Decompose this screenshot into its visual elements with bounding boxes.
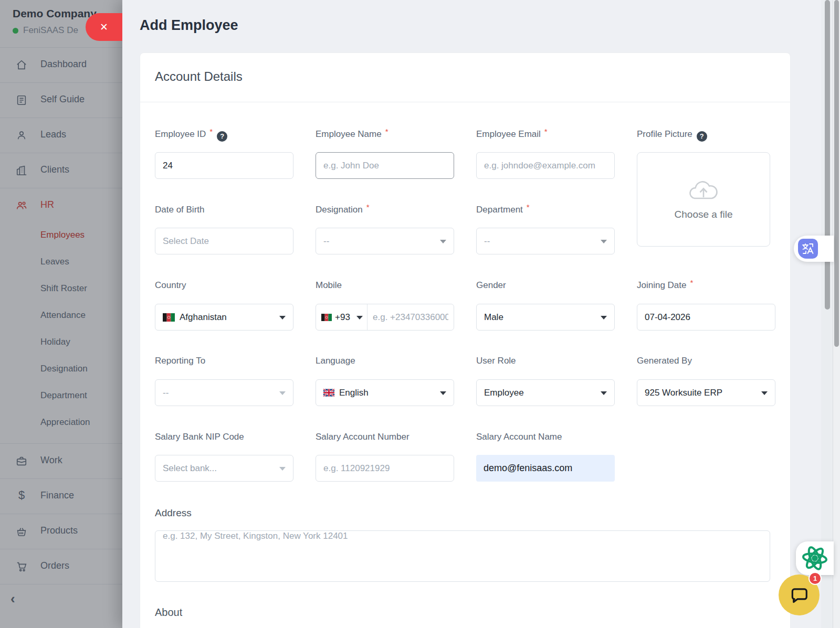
assistant-logo-icon <box>801 544 829 572</box>
chevron-down-icon <box>601 391 607 395</box>
user-role-select[interactable]: Employee <box>476 379 615 406</box>
employee-name-label: Employee Name* <box>316 129 388 140</box>
divider <box>140 102 790 102</box>
cloud-upload-icon <box>687 178 720 203</box>
add-employee-panel: Add Employee Account Details Employee ID… <box>122 0 821 628</box>
salary-bank-select[interactable]: Select bank... <box>155 455 293 482</box>
notification-badge: 1 <box>808 572 822 585</box>
employee-email-label: Employee Email* <box>476 129 548 140</box>
mobile-field: +93 <box>316 304 454 331</box>
salary-account-name-field[interactable]: demo@fenisaas.com <box>476 455 615 482</box>
chevron-down-icon <box>601 240 607 243</box>
chevron-down-icon <box>440 391 446 395</box>
page-title: Add Employee <box>140 17 238 34</box>
department-select[interactable]: -- <box>476 228 615 254</box>
employee-name-input[interactable] <box>316 152 454 179</box>
page-scrollbar-thumb[interactable] <box>834 0 839 347</box>
generated-by-select[interactable]: 925 Worksuite ERP <box>637 379 775 406</box>
employee-id-input[interactable] <box>155 152 293 179</box>
employee-email-input[interactable] <box>476 152 615 179</box>
salary-account-name-label: Salary Account Name <box>476 432 562 442</box>
profile-picture-label: Profile Picture? <box>637 129 707 140</box>
chevron-down-icon <box>440 240 446 243</box>
app-root: Demo Company FeniSAAS De Dashboard Self … <box>0 0 840 628</box>
chevron-down-icon <box>356 316 363 320</box>
afghanistan-flag-icon <box>163 313 175 322</box>
chevron-down-icon <box>601 316 607 320</box>
assistant-widget[interactable] <box>796 541 834 575</box>
profile-picture-upload[interactable]: Choose a file <box>637 152 770 247</box>
address-textarea[interactable] <box>155 530 770 582</box>
salary-account-number-label: Salary Account Number <box>316 432 410 442</box>
designation-label: Designation* <box>316 205 370 215</box>
modal-scrollbar-thumb[interactable] <box>825 0 830 310</box>
afghanistan-flag-icon <box>321 314 332 321</box>
mobile-country-code-select[interactable]: +93 <box>316 304 368 330</box>
translate-widget[interactable] <box>794 236 834 262</box>
gender-select[interactable]: Male <box>476 304 615 331</box>
card-title: Account Details <box>155 69 243 84</box>
address-label: Address <box>155 507 192 519</box>
department-label: Department* <box>476 205 530 215</box>
designation-select[interactable]: -- <box>316 228 454 254</box>
joining-date-input[interactable] <box>637 304 775 331</box>
generated-by-label: Generated By <box>637 356 692 366</box>
required-asterisk: * <box>209 127 213 136</box>
salary-account-number-input[interactable] <box>316 455 454 482</box>
uk-flag-icon <box>323 389 334 397</box>
modal-backdrop[interactable] <box>0 0 122 628</box>
language-label: Language <box>316 356 355 366</box>
user-role-label: User Role <box>476 356 516 366</box>
joining-date-label: Joining Date* <box>637 280 693 291</box>
chevron-down-icon <box>279 391 286 395</box>
country-label: Country <box>155 280 186 291</box>
reporting-to-label: Reporting To <box>155 356 205 366</box>
chevron-down-icon <box>761 391 768 395</box>
close-modal-button[interactable]: ✕ <box>86 13 122 41</box>
account-details-card: Account Details Employee ID*? Employee N… <box>140 52 791 628</box>
help-icon[interactable]: ? <box>697 131 707 142</box>
employee-id-label: Employee ID*? <box>155 129 227 140</box>
date-of-birth-input[interactable] <box>155 228 293 254</box>
about-label: About <box>155 606 182 619</box>
salary-bank-label: Salary Bank NIP Code <box>155 432 244 442</box>
chevron-down-icon <box>279 316 286 320</box>
mobile-number-input[interactable] <box>368 304 454 330</box>
gender-label: Gender <box>476 280 506 291</box>
country-select[interactable]: Afghanistan <box>155 304 293 331</box>
help-icon[interactable]: ? <box>217 131 227 142</box>
reporting-to-select[interactable]: -- <box>155 379 293 406</box>
close-icon: ✕ <box>100 21 108 33</box>
date-of-birth-label: Date of Birth <box>155 205 205 215</box>
chat-bubble-icon <box>789 585 809 605</box>
language-select[interactable]: English <box>316 379 454 406</box>
mobile-label: Mobile <box>316 280 342 291</box>
chevron-down-icon <box>279 467 286 471</box>
translate-icon <box>798 239 818 259</box>
